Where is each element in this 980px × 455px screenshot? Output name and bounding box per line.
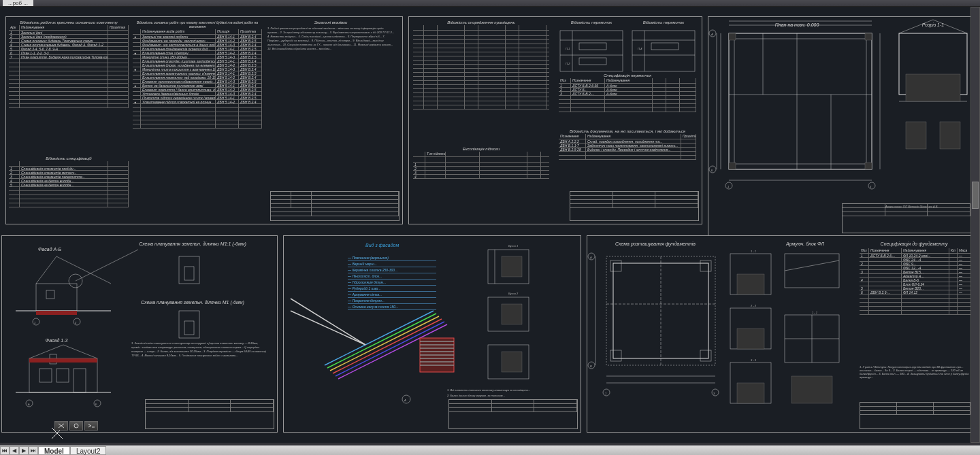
svg-rect-134 <box>737 274 764 294</box>
svg-text:Б: Б <box>711 169 713 172</box>
svg-rect-78 <box>184 267 194 280</box>
cli-wrench-icon[interactable] <box>69 421 83 431</box>
svg-rect-37 <box>865 33 872 40</box>
svg-text:А: А <box>27 403 30 406</box>
svg-text:2 - 2: 2 - 2 <box>750 304 757 307</box>
tab-model[interactable]: Model <box>38 446 70 455</box>
svg-text:Вид з фасадом: Вид з фасадом <box>365 243 399 248</box>
svg-rect-118 <box>700 260 711 271</box>
svg-rect-137 <box>737 328 764 349</box>
svg-text:П-2: П-2 <box>566 62 570 65</box>
svg-rect-17 <box>734 39 866 164</box>
title-block <box>842 203 971 233</box>
svg-line-142 <box>785 260 839 271</box>
document-tab-bar: ...роб ... <box>0 0 980 7</box>
cli-prompt-icon[interactable] <box>84 421 98 431</box>
svg-text:П-4: П-4 <box>638 47 642 50</box>
svg-text:Схема планування земельн. діля: Схема планування земельн. ділянки М1:1 (… <box>139 241 246 247</box>
svg-rect-52 <box>36 284 77 311</box>
svg-rect-5 <box>579 58 606 65</box>
svg-text:План на позн. 0.000: План на позн. 0.000 <box>775 22 819 27</box>
svg-rect-62 <box>36 311 77 315</box>
title-block <box>145 399 274 429</box>
title-block <box>570 191 699 221</box>
tab-nav-next[interactable]: ▶ <box>19 446 29 455</box>
svg-line-66 <box>29 345 63 358</box>
svg-text:Схема планування земельн. діля: Схема планування земельн. ділянки М1 (-6… <box>141 300 244 305</box>
sheet-6: Схема розташування фундаментів Армуюч. б… <box>587 235 975 433</box>
layout-tab-bar: ⏮ ◀ ▶ ⏭ Model Layout2 <box>0 445 980 455</box>
svg-line-67 <box>63 345 97 358</box>
svg-line-82 <box>325 311 434 365</box>
tab-layout2[interactable]: Layout2 <box>70 446 107 455</box>
command-line-controls <box>54 421 98 431</box>
general-notes: Загальні вказівки 1. Робочі креслення ро… <box>266 20 395 52</box>
svg-rect-36 <box>729 33 736 40</box>
sheet-4: Фасад А-Б Схема планування земельн. діля… <box>1 235 278 433</box>
table-foundation-spec: ПозПозначенняНайменуванняКілМаса1ДСТУ Б.… <box>860 248 971 315</box>
table-references: Відомість документів, на які посилаються… <box>559 129 696 160</box>
svg-text:Розріз 1-1: Розріз 1-1 <box>922 22 945 28</box>
svg-rect-141 <box>785 254 839 288</box>
svg-rect-70 <box>39 369 52 382</box>
table-floor-expl: Експлікація підлоги Тип підлоги 1234 <box>413 146 549 179</box>
svg-rect-103 <box>502 256 522 277</box>
svg-rect-12 <box>651 43 679 50</box>
roof-note1: 1. Всі елементи типового монтажу влаштов… <box>447 388 530 392</box>
cli-close-icon[interactable] <box>54 421 68 431</box>
svg-rect-117 <box>610 260 621 271</box>
svg-rect-42 <box>906 74 960 101</box>
tab-nav-prev[interactable]: ◀ <box>10 446 19 455</box>
roof-legend: — Пояснення (верхнього)— Верхній марш...… <box>348 255 436 310</box>
svg-line-55 <box>56 256 111 284</box>
tab-nav-last[interactable]: ⏭ <box>29 446 38 455</box>
svg-rect-69 <box>29 358 97 363</box>
title-block <box>860 402 971 429</box>
svg-point-150 <box>74 424 78 428</box>
svg-text:Схема розташування фундаментів: Схема розташування фундаментів <box>615 241 696 247</box>
svg-text:А: А <box>589 256 592 259</box>
svg-text:А: А <box>404 399 406 402</box>
title-block <box>448 399 578 429</box>
svg-rect-77 <box>179 256 199 284</box>
svg-rect-8 <box>632 31 695 71</box>
scrollbar-thumb[interactable] <box>972 182 979 209</box>
tab-nav-first[interactable]: ⏮ <box>0 446 10 455</box>
document-tab[interactable]: ...роб ... <box>3 0 33 6</box>
svg-text:3 - 3: 3 - 3 <box>751 358 757 362</box>
drawing-viewport[interactable]: — ▢ ✕ N S W E TOP WCS ▾ Відомість робочи… <box>0 7 980 443</box>
svg-rect-38 <box>729 163 736 169</box>
table-drawings-list: Відомість робочих креслень основного ком… <box>9 20 129 108</box>
vertical-scrollbar[interactable] <box>970 7 980 443</box>
svg-rect-119 <box>610 350 621 361</box>
table-works-list: Відомість основних робіт при новому комп… <box>133 20 262 129</box>
svg-text:3: 3 <box>713 392 715 395</box>
svg-text:1 - 1: 1 - 1 <box>812 311 817 314</box>
svg-rect-79 <box>179 311 199 338</box>
svg-line-54 <box>36 256 56 284</box>
svg-rect-16 <box>729 33 872 169</box>
table-lintels-2: Відомість перемичок П-4 <box>631 20 696 75</box>
table-lintel-spec: Специфікація перемичок ПозПозначенняНайм… <box>559 73 696 112</box>
svg-rect-46 <box>940 122 960 149</box>
svg-text:Вузол 2: Вузол 2 <box>508 292 519 295</box>
svg-rect-109 <box>502 352 522 372</box>
svg-text:2: 2 <box>74 321 77 324</box>
svg-text:А: А <box>710 33 713 36</box>
svg-text:3: 3 <box>870 185 872 188</box>
svg-text:Фасад 1-3: Фасад 1-3 <box>46 338 68 343</box>
sheet-3: План на позн. 0.000 Розріз 1-1 А Б <box>708 16 975 237</box>
roof-note2: 2. Балки даного блоку керувал. за типови… <box>447 394 505 397</box>
svg-text:Вузол 1: Вузол 1 <box>508 244 518 248</box>
svg-text:1: 1 <box>605 392 606 395</box>
svg-rect-106 <box>502 304 522 324</box>
svg-text:1 - 1: 1 - 1 <box>751 250 756 253</box>
title-block <box>270 191 399 221</box>
svg-text:Фасад А-Б: Фасад А-Б <box>38 247 62 252</box>
svg-rect-45 <box>906 122 926 149</box>
table-lintels-1: Відомість перемичок П-1 П-2 <box>559 20 624 75</box>
svg-rect-71 <box>56 369 69 382</box>
sheet-1: Відомість робочих креслень основного ком… <box>5 16 403 224</box>
svg-line-97 <box>291 311 365 345</box>
table-specifications: Відомість специфікацій 1Специфікація еле… <box>9 156 129 207</box>
